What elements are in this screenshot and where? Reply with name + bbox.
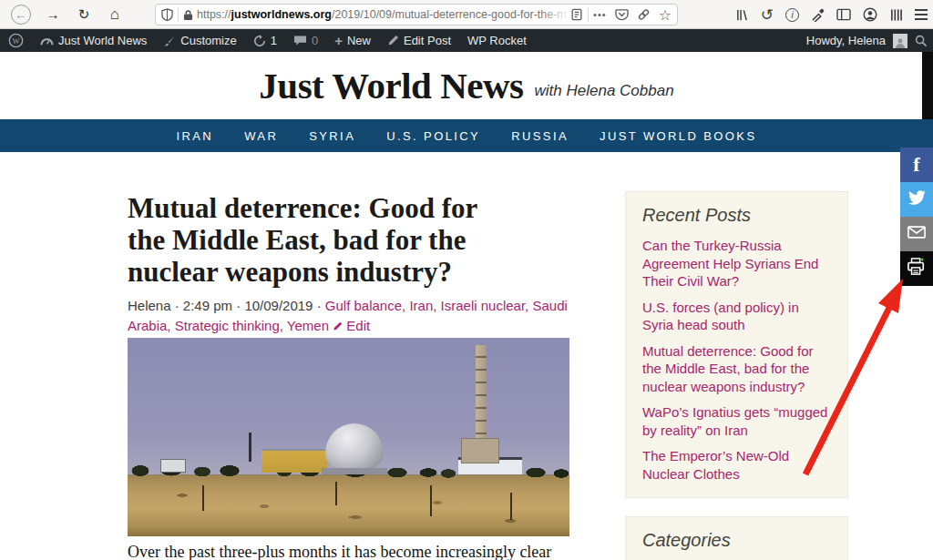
recent-post-link[interactable]: U.S. forces (and policy) in Syria head s…: [642, 299, 831, 334]
nav-item-war[interactable]: WAR: [244, 129, 278, 143]
reload-icon: ↻: [78, 6, 90, 23]
facebook-share-button[interactable]: f: [900, 148, 933, 182]
dashboard-gauge-icon: [40, 35, 54, 46]
customize-brush-icon: [163, 35, 176, 47]
admin-search-icon[interactable]: [915, 35, 928, 47]
updates-button[interactable]: 1: [245, 29, 285, 52]
home-button[interactable]: ⌂: [106, 5, 124, 25]
recent-post-link[interactable]: Mutual deterrence: Good for the Middle E…: [642, 342, 831, 396]
page-actions-icon[interactable]: •••: [593, 9, 607, 20]
browser-toolbar: ← → ↻ ⌂ https://justworldnews.org/2019/1…: [0, 0, 933, 29]
email-share-button[interactable]: [900, 217, 933, 251]
url-text: https://justworldnews.org/2019/10/09/mut…: [197, 8, 570, 21]
svg-text:W: W: [12, 36, 19, 46]
categories-heading: Categories: [642, 530, 831, 551]
twitter-share-button[interactable]: [900, 182, 933, 217]
menu-hamburger-icon[interactable]: [915, 9, 928, 20]
foreground-pole: [202, 485, 204, 511]
category-link-israeli-nuclear[interactable]: Israeli nuclear,: [441, 298, 529, 313]
meta-author-date: Helena · 2:49 pm · 10/09/2019 ·: [128, 298, 322, 313]
recent-post-link[interactable]: WaPo’s Ignatius gets “mugged by reality”…: [642, 403, 831, 439]
comments-button[interactable]: 0: [285, 29, 326, 52]
avatar[interactable]: [893, 34, 907, 48]
back-icon: ←: [15, 7, 27, 22]
recent-posts-widget: Recent Posts Can the Turkey-Russia Agree…: [625, 191, 848, 498]
new-content-button[interactable]: + New: [326, 29, 379, 52]
twitter-icon: [907, 190, 926, 209]
nav-item-us-policy[interactable]: U.S. POLICY: [386, 129, 480, 143]
sidebar: Recent Posts Can the Turkey-Russia Agree…: [625, 191, 848, 560]
article: Mutual deterrence: Good for the Middle E…: [128, 192, 590, 560]
lock-icon[interactable]: [183, 9, 193, 21]
pocket-icon[interactable]: [615, 8, 629, 21]
admin-site-name[interactable]: Just World News: [32, 29, 155, 52]
edit-post-button[interactable]: Edit Post: [379, 29, 459, 52]
email-icon: [907, 226, 926, 242]
site-header: Just World News with Helena Cobban: [0, 52, 933, 119]
extension-pipes-icon[interactable]: [889, 8, 903, 22]
post-meta: Helena · 2:49 pm · 10/09/2019 · Gulf bal…: [128, 296, 590, 336]
wordpress-logo-icon: W: [8, 33, 24, 48]
recent-posts-heading: Recent Posts: [642, 205, 831, 226]
featured-image-dimona-reactor: [128, 338, 569, 536]
reactor-dome-base: [322, 468, 387, 474]
wp-admin-bar: W Just World News Customize 1 0 + New Ed…: [0, 29, 933, 52]
reader-mode-icon[interactable]: [570, 8, 583, 21]
site-title[interactable]: Just World News: [259, 64, 523, 107]
print-share-button[interactable]: [900, 251, 933, 286]
tracking-shield-icon[interactable]: [161, 8, 173, 21]
sidebar-toggle-icon[interactable]: [836, 8, 851, 21]
post-title: Mutual deterrence: Good for the Middle E…: [128, 192, 590, 288]
nav-item-iran[interactable]: IRAN: [176, 129, 213, 143]
library-icon[interactable]: [735, 8, 749, 22]
category-link-gulf-balance[interactable]: Gulf balance,: [325, 298, 405, 313]
account-icon[interactable]: [863, 7, 877, 22]
yellow-building: [261, 449, 327, 473]
foreground-pole: [335, 482, 337, 505]
building-left: [160, 459, 186, 473]
recent-post-link[interactable]: Can the Turkey-Russia Agreement Help Syr…: [642, 237, 831, 290]
nav-item-russia[interactable]: RUSSIA: [511, 129, 569, 143]
category-link-iran[interactable]: Iran,: [409, 298, 436, 313]
meta-edit-link[interactable]: Edit: [333, 318, 370, 333]
post-body-text: Over the past three-plus months it has b…: [128, 543, 583, 560]
category-link-strategic-thinking[interactable]: Strategic thinking,: [175, 318, 283, 333]
print-icon: [907, 258, 927, 280]
foreground-pole: [430, 485, 432, 516]
categories-widget: Categories Select Category: [625, 516, 848, 560]
eyedropper-icon[interactable]: [811, 8, 825, 22]
home-icon: ⌂: [110, 5, 119, 24]
share-toolbar: f: [900, 148, 933, 286]
small-stack: [249, 433, 251, 462]
nav-item-syria[interactable]: SYRIA: [309, 129, 355, 143]
wp-logo-button[interactable]: W: [0, 29, 32, 52]
desert-ground: [128, 474, 569, 536]
comment-bubble-icon: [293, 35, 307, 46]
forward-icon: →: [46, 6, 60, 22]
updates-icon: [253, 35, 266, 47]
nav-item-just-world-books[interactable]: JUST WORLD BOOKS: [600, 129, 757, 143]
wp-rocket-button[interactable]: WP Rocket: [459, 29, 535, 52]
main-navigation: IRAN WAR SYRIA U.S. POLICY RUSSIA JUST W…: [0, 119, 933, 152]
link-icon[interactable]: [637, 8, 651, 21]
foreground-pole: [510, 493, 512, 520]
address-bar[interactable]: https://justworldnews.org/2019/10/09/mut…: [155, 4, 678, 25]
forward-button[interactable]: →: [44, 5, 62, 25]
reactor-dome: [325, 423, 384, 472]
reload-button[interactable]: ↻: [75, 5, 93, 25]
page-content: Mutual deterrence: Good for the Middle E…: [0, 152, 933, 560]
recent-post-link[interactable]: The Emperor’s New-Old Nuclear Clothes: [642, 447, 831, 483]
chimney-base-building: [461, 438, 499, 463]
new-plus-icon: +: [334, 33, 343, 48]
facebook-icon: f: [913, 153, 919, 177]
edit-pencil-icon: [387, 35, 399, 46]
back-button[interactable]: ←: [11, 5, 31, 25]
customize-button[interactable]: Customize: [155, 29, 244, 52]
category-link-yemen[interactable]: Yemen: [287, 318, 329, 333]
bookmark-star-icon[interactable]: ☆: [659, 6, 672, 24]
info-icon[interactable]: i: [785, 8, 799, 22]
howdy-account-link[interactable]: Howdy, Helena: [806, 34, 886, 47]
site-tagline: with Helena Cobban: [535, 71, 674, 100]
history-icon[interactable]: ↺: [761, 5, 774, 25]
